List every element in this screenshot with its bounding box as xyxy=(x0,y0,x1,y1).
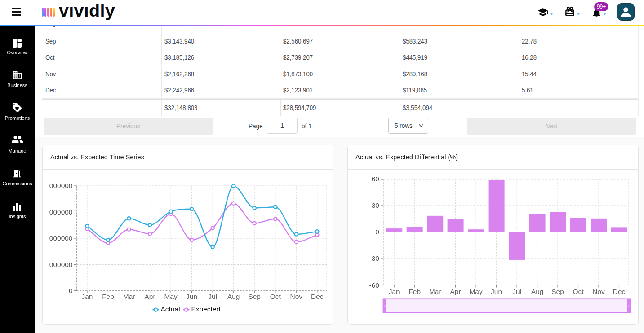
svg-text:Jul: Jul xyxy=(208,293,217,300)
svg-text:Nov: Nov xyxy=(290,293,302,300)
svg-text:000000: 000000 xyxy=(49,208,72,215)
svg-text:Dec: Dec xyxy=(311,293,324,300)
svg-text:-30: -30 xyxy=(369,254,379,262)
svg-text:Aug: Aug xyxy=(531,287,543,295)
svg-text:Jun: Jun xyxy=(491,287,502,295)
svg-text:000000: 000000 xyxy=(49,260,72,268)
svg-text:0: 0 xyxy=(375,228,379,236)
svg-text:60: 60 xyxy=(371,175,379,183)
svg-text:Actual: Actual xyxy=(160,305,180,313)
svg-text:000000: 000000 xyxy=(49,234,72,242)
svg-text:0: 0 xyxy=(68,286,72,294)
svg-text:Sep: Sep xyxy=(551,287,564,295)
svg-text:Jul: Jul xyxy=(512,287,521,295)
svg-text:Aug: Aug xyxy=(227,293,240,300)
svg-text:Jan: Jan xyxy=(81,293,93,300)
svg-text:Jun: Jun xyxy=(186,293,197,300)
svg-text:May: May xyxy=(164,293,178,300)
svg-text:May: May xyxy=(469,287,483,295)
svg-text:Dec: Dec xyxy=(613,287,625,295)
svg-text:-60: -60 xyxy=(369,281,379,289)
svg-text:Nov: Nov xyxy=(592,287,605,295)
svg-text:Sep: Sep xyxy=(248,293,261,300)
svg-text:Feb: Feb xyxy=(409,287,421,295)
svg-text:Oct: Oct xyxy=(270,293,281,300)
svg-text:30: 30 xyxy=(371,202,379,209)
svg-text:Mar: Mar xyxy=(429,287,441,295)
svg-text:Expected: Expected xyxy=(191,305,220,313)
svg-text:Apr: Apr xyxy=(450,287,461,295)
svg-text:Feb: Feb xyxy=(102,293,114,300)
svg-text:Apr: Apr xyxy=(144,293,155,300)
svg-text:000000: 000000 xyxy=(49,182,72,189)
svg-text:Mar: Mar xyxy=(123,293,135,300)
svg-text:Oct: Oct xyxy=(573,287,584,295)
svg-text:Jan: Jan xyxy=(388,287,400,295)
